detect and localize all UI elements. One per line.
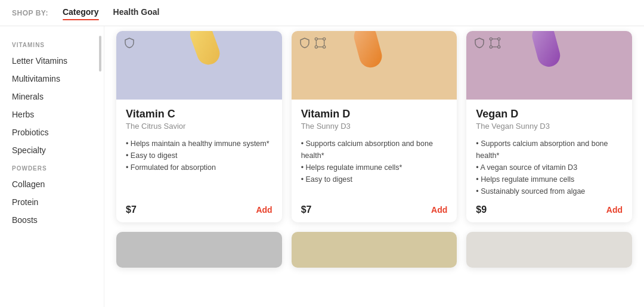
vitamin-c-footer: $7 Add [126,204,273,215]
shield-icon-3 [473,37,485,49]
vitamin-d-price: $7 [301,204,312,215]
vitamin-d-subtitle: The Sunny D3 [301,122,448,131]
vitamin-c-add-button[interactable]: Add [256,205,272,215]
vegan-d-subtitle: The Vegan Sunny D3 [476,122,623,131]
vitamin-d-footer: $7 Add [301,204,448,215]
card-badges-vegan-d [473,37,501,49]
sidebar-section-powders: POWDERS [0,159,104,175]
svg-point-11 [498,46,500,48]
vegan-d-bullet-3: Helps regulate immune cells [476,173,623,185]
vegan-d-bullet-2: A vegan source of vitamin D3 [476,162,623,173]
vitamin-c-bullet-3: Formulated for absorption [126,162,273,173]
vegan-d-add-button[interactable]: Add [606,205,623,215]
product-card-vitamin-c: Vitamin C The Citrus Savior Helps mainta… [116,31,282,222]
sidebar-item-herbs[interactable]: Herbs [0,106,104,123]
card-image-vegan-d [466,31,632,100]
sidebar-item-protein[interactable]: Protein [0,193,104,211]
sidebar-item-boosts[interactable]: Boosts [0,211,104,229]
sidebar-item-probiotics[interactable]: Probiotics [0,123,104,141]
svg-point-8 [490,38,493,40]
top-nav: SHOP BY: Category Health Goal [0,0,644,26]
svg-point-0 [315,38,317,40]
partial-row [116,232,632,268]
vegan-d-bullet-1: Supports calcium absorption and bone hea… [476,138,623,162]
sidebar-item-letter-vitamins[interactable]: Letter Vitamins [0,52,104,70]
sidebar-item-specialty[interactable]: Specialty [0,141,104,159]
sidebar-item-minerals[interactable]: Minerals [0,88,104,106]
card-badges-vitamin-d [299,37,326,49]
product-grid: Vitamin C The Citrus Savior Helps mainta… [116,26,632,222]
svg-point-1 [323,38,325,40]
product-card-vegan-d: Vegan D The Vegan Sunny D3 Supports calc… [466,31,632,222]
card-image-vitamin-c [116,31,282,100]
partial-card-1 [116,232,282,268]
partial-card-3 [466,232,632,268]
vitamin-d-add-button[interactable]: Add [431,205,447,215]
card-image-vitamin-d [292,31,457,100]
shield-icon-2 [299,37,311,49]
card-body-vitamin-d: Vitamin D The Sunny D3 Supports calcium … [292,100,457,222]
vitamin-d-bullets: Supports calcium absorption and bone hea… [301,138,448,197]
card-body-vegan-d: Vegan D The Vegan Sunny D3 Supports calc… [466,100,632,222]
vitamin-c-bullets: Helps maintain a healthy immune system* … [126,138,273,197]
svg-point-9 [498,38,500,40]
vitamin-c-title: Vitamin C [126,108,273,120]
vitamin-c-bullet-2: Easy to digest [126,150,273,162]
vitamin-d-bullet-1: Supports calcium absorption and bone hea… [301,138,448,162]
svg-point-3 [323,46,325,48]
vitamin-c-bullet-1: Helps maintain a healthy immune system* [126,138,273,150]
vitamin-c-price: $7 [126,204,137,215]
svg-point-2 [315,46,317,48]
vitamin-d-title: Vitamin D [301,108,448,120]
bone-icon-2 [489,37,501,49]
card-badges-vitamin-c [123,37,135,49]
sidebar-item-multivitamins[interactable]: Multivitamins [0,70,104,88]
main-layout: VITAMINS Letter Vitamins Multivitamins M… [0,26,644,307]
vegan-d-footer: $9 Add [476,204,623,215]
card-body-vitamin-c: Vitamin C The Citrus Savior Helps mainta… [116,100,282,222]
product-card-vitamin-d: Vitamin D The Sunny D3 Supports calcium … [292,31,457,222]
tab-health-goal[interactable]: Health Goal [113,7,160,19]
shop-by-label: SHOP BY: [12,9,48,17]
vitamin-c-subtitle: The Citrus Savior [126,122,273,131]
svg-point-10 [490,46,493,48]
partial-card-2 [292,232,457,268]
shield-icon [123,37,135,49]
bone-icon [314,37,326,49]
vitamin-d-bullet-2: Helps regulate immune cells* [301,162,448,173]
page-wrapper: SHOP BY: Category Health Goal VITAMINS L… [0,0,644,307]
vegan-d-title: Vegan D [476,108,623,120]
scroll-indicator [99,36,101,72]
product-area: Vitamin C The Citrus Savior Helps mainta… [104,26,644,307]
sidebar-section-vitamins: VITAMINS [0,36,104,52]
tab-category[interactable]: Category [63,7,99,19]
vegan-d-bullets: Supports calcium absorption and bone hea… [476,138,623,197]
vegan-d-bullet-4: Sustainably sourced from algae [476,185,623,197]
vegan-d-price: $9 [476,204,487,215]
sidebar-item-collagen[interactable]: Collagen [0,175,104,193]
sidebar: VITAMINS Letter Vitamins Multivitamins M… [0,26,104,307]
vitamin-d-bullet-3: Easy to digest [301,173,448,185]
